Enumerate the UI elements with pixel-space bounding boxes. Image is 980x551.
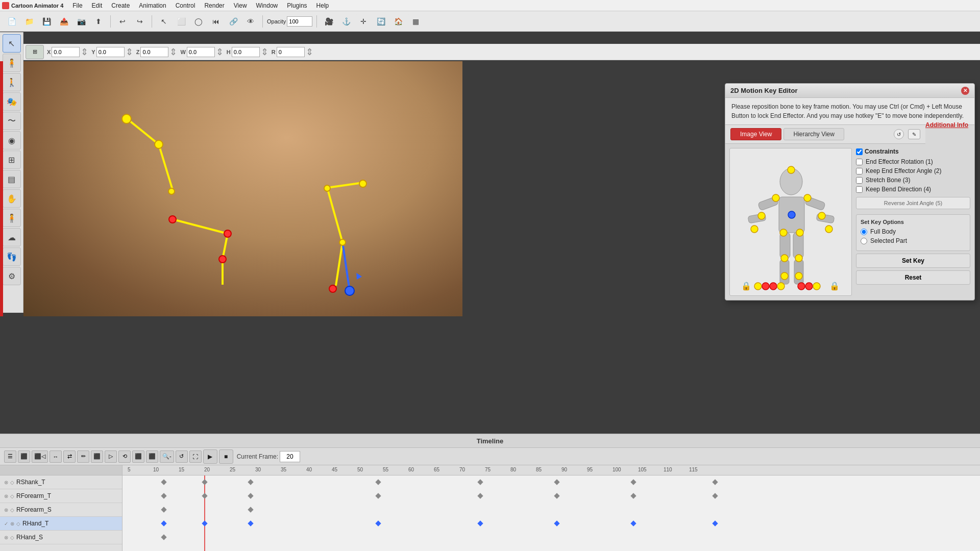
diamond-t1-7[interactable] <box>630 479 636 485</box>
bone-dot-red-1[interactable] <box>168 215 177 223</box>
export-button[interactable]: 📤 <box>56 14 71 29</box>
track-diamond-5[interactable]: ◇ <box>10 535 14 540</box>
diamond-t2-2[interactable] <box>202 493 207 498</box>
bone-dot-blue-1[interactable] <box>345 286 355 296</box>
tl-pencil-btn[interactable]: ✏ <box>77 450 89 463</box>
track-diamond-4[interactable]: ◇ <box>16 521 20 527</box>
diamond-t2-7[interactable] <box>630 493 636 498</box>
menu-file[interactable]: File <box>68 1 86 10</box>
y-spinner[interactable]: ⇕ <box>126 46 133 58</box>
left-layers-tool[interactable]: ▤ <box>3 170 21 188</box>
left-puppet-tool[interactable]: 🎭 <box>3 92 21 111</box>
x-spinner[interactable]: ⇕ <box>81 46 88 58</box>
anchor-button[interactable]: ⚓ <box>338 14 354 29</box>
tl-zoom-out-btn[interactable]: 🔍- <box>160 450 174 463</box>
play-button[interactable]: ▶ <box>203 449 217 464</box>
h-spinner[interactable]: ⇕ <box>261 46 268 58</box>
tl-forward-btn[interactable]: ▷ <box>105 450 117 463</box>
diamond-t4-8[interactable] <box>712 520 718 526</box>
menu-control[interactable]: Control <box>172 1 200 10</box>
track-diamond-2[interactable]: ◇ <box>10 493 14 499</box>
diamond-t1-4[interactable] <box>375 479 381 485</box>
stop-button[interactable]: ■ <box>219 449 233 464</box>
tl-undo-btn[interactable]: ↺ <box>176 450 188 463</box>
track-eye-4[interactable]: ✓ <box>4 521 8 527</box>
menu-view[interactable]: View <box>230 1 251 10</box>
diamond-t1-6[interactable] <box>554 479 559 485</box>
track-diamond-3[interactable]: ◇ <box>10 507 14 513</box>
left-wave-tool[interactable]: 〜 <box>3 112 21 130</box>
diamond-t1-8[interactable] <box>712 479 718 485</box>
tool1-button[interactable]: ⬜ <box>174 14 189 29</box>
h-input[interactable] <box>232 47 260 57</box>
menu-edit[interactable]: Edit <box>88 1 107 10</box>
menu-plugins[interactable]: Plugins <box>283 1 311 10</box>
z-input[interactable] <box>140 47 168 57</box>
chain-button[interactable]: 🔗 <box>226 14 241 29</box>
track-eye-5[interactable]: ⊗ <box>4 535 8 540</box>
left-human2-tool[interactable]: 🧍 <box>3 209 21 227</box>
radio-selected-part[interactable] <box>861 238 867 244</box>
diamond-t4-6[interactable] <box>554 520 559 526</box>
diamond-t1-5[interactable] <box>477 479 483 485</box>
cam-record-button[interactable]: 🎥 <box>321 14 336 29</box>
r-input[interactable] <box>277 47 305 57</box>
menu-window[interactable]: Window <box>252 1 282 10</box>
left-foot-tool[interactable]: 👣 <box>3 247 21 266</box>
reset-button[interactable]: Reset <box>856 270 970 285</box>
tl-loop-btn[interactable]: ⟲ <box>118 450 131 463</box>
menu-help[interactable]: Help <box>312 1 333 10</box>
track-eye-1[interactable]: ⊗ <box>4 480 8 485</box>
left-cloud-tool[interactable]: ☁ <box>3 228 21 246</box>
tl-record-btn[interactable]: ⬛ <box>18 450 30 463</box>
left-settings-tool[interactable]: ⚙ <box>3 267 21 285</box>
select-button[interactable]: ↖ <box>156 14 172 29</box>
diamond-t2-5[interactable] <box>477 493 483 498</box>
camera-button[interactable]: 📷 <box>74 14 89 29</box>
opacity-input[interactable] <box>287 16 312 27</box>
x-input[interactable] <box>52 47 80 57</box>
tl-fullscreen-btn[interactable]: ⛶ <box>189 450 202 463</box>
left-grid-tool[interactable]: ⊞ <box>3 151 21 169</box>
checkbox-end-effector-rotation[interactable] <box>856 159 863 165</box>
tab-image-view[interactable]: Image View <box>730 128 781 140</box>
diamond-t2-6[interactable] <box>554 493 559 498</box>
checkbox-keep-end-effector-angle[interactable] <box>856 168 863 174</box>
move-button[interactable]: ✛ <box>356 14 371 29</box>
bone-dot-1[interactable] <box>121 114 132 124</box>
track-diamond-1[interactable]: ◇ <box>10 480 14 485</box>
diamond-t2-3[interactable] <box>248 493 253 498</box>
tl-switch-btn[interactable]: ↔ <box>50 450 62 463</box>
y-input[interactable] <box>96 47 125 57</box>
diamond-t1-2[interactable] <box>202 479 207 485</box>
w-input[interactable] <box>187 47 215 57</box>
tl-in-out-btn[interactable]: ⬛◁ <box>32 450 48 463</box>
bone-dot-4[interactable] <box>324 185 331 192</box>
bone-dot-red-4[interactable] <box>329 285 337 293</box>
tl-expand-btn[interactable]: ⬛ <box>146 450 158 463</box>
track-eye-2[interactable]: ⊗ <box>4 493 8 499</box>
diamond-t4-2[interactable] <box>202 520 207 526</box>
menu-animation[interactable]: Animation <box>135 1 170 10</box>
eye-button[interactable]: 👁 <box>243 14 258 29</box>
new-button[interactable]: 📄 <box>4 14 19 29</box>
diamond-t3-2[interactable] <box>248 507 253 512</box>
z-spinner[interactable]: ⇕ <box>169 46 177 58</box>
bone-dot-2[interactable] <box>154 140 163 149</box>
diamond-t4-1[interactable] <box>161 520 166 526</box>
canvas-area[interactable]: ▲ <box>23 61 462 316</box>
checkbox-keep-bend-direction[interactable] <box>856 186 863 193</box>
tl-snap-btn[interactable]: ⬛ <box>132 450 144 463</box>
diamond-t4-7[interactable] <box>630 520 636 526</box>
left-circle-tool[interactable]: ◉ <box>3 131 21 149</box>
panel-close-button[interactable]: ✕ <box>961 87 969 95</box>
diamond-t3-1[interactable] <box>161 507 166 512</box>
left-person-tool[interactable]: 🧍 <box>3 54 21 72</box>
w-spinner[interactable]: ⇕ <box>216 46 224 58</box>
rotate-button[interactable]: 🔄 <box>373 14 388 29</box>
menu-render[interactable]: Render <box>200 1 228 10</box>
undo-button[interactable]: ↩ <box>115 14 130 29</box>
diamond-t4-5[interactable] <box>477 520 483 526</box>
diamond-t4-3[interactable] <box>248 520 253 526</box>
bone-dot-5[interactable] <box>359 180 367 188</box>
